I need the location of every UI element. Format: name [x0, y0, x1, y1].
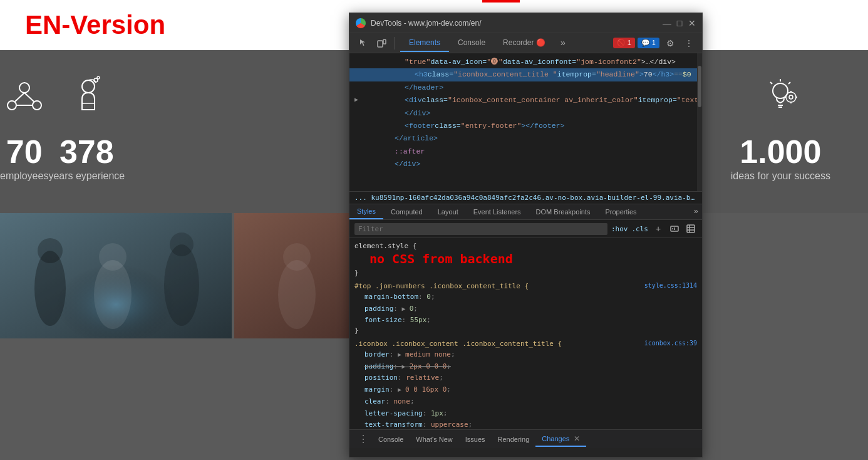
css-prop-padding-2: padding: ▶ 2px 0 0 0;	[364, 361, 697, 373]
bottom-tab-changes[interactable]: Changes ✕	[535, 432, 586, 447]
changes-tab-close[interactable]: ✕	[574, 434, 580, 443]
employees-label: employees	[0, 170, 48, 181]
html-line-selected[interactable]: <h3 class="iconbox_content_title " itemp…	[349, 68, 702, 81]
more-options-button[interactable]: ⋮	[681, 35, 697, 51]
website-title: EN-Version	[25, 10, 165, 40]
red-accent-bar	[482, 0, 520, 3]
css-rule-2-block: .iconbox .iconbox_content .iconbox_conte…	[349, 338, 702, 429]
css-prop-font-size-1: font-size: 55px;	[364, 315, 697, 327]
tab-recorder[interactable]: Recorder 🔴	[494, 34, 554, 52]
html-line-4: ▶ <div class="iconbox_content_container …	[349, 94, 702, 107]
bottom-tab-issues[interactable]: Issues	[459, 433, 492, 446]
tab-elements[interactable]: Elements	[400, 34, 449, 52]
tab-properties[interactable]: Properties	[597, 205, 644, 219]
css-prop-position: position: relative;	[364, 372, 697, 384]
css-prop-margin: margin: ▶ 0 0 16px 0;	[364, 384, 697, 396]
computed-style-layout-button[interactable]	[685, 222, 697, 235]
person-idea-icon	[48, 75, 125, 127]
tab-dom-breakpoints[interactable]: DOM Breakpoints	[529, 205, 598, 219]
css-prop-margin-bottom: margin-bottom: 0;	[364, 291, 697, 303]
tab-layout[interactable]: Layout	[430, 205, 466, 219]
svg-point-8	[97, 76, 100, 79]
css-rule-2-selector: .iconbox .iconbox_content .iconbox_conte…	[354, 340, 697, 348]
svg-point-6	[82, 80, 95, 93]
svg-rect-39	[383, 39, 386, 44]
devtools-title: DevTools - www.jom-dev.com/en/	[371, 19, 658, 28]
photo-left	[0, 213, 232, 338]
element-style-close-brace: }	[354, 269, 697, 277]
close-button[interactable]: ✕	[688, 19, 696, 27]
stat-ideas: 1.000 ideas for your success	[731, 75, 830, 182]
settings-button[interactable]: ⚙	[662, 35, 678, 51]
css-rule-1-close-brace: }	[354, 327, 697, 335]
inspect-element-button[interactable]	[354, 35, 371, 51]
experience-number: 378	[48, 133, 125, 170]
css-prop-border: border: ▶ medium none;	[364, 349, 697, 361]
console-badge[interactable]: 💬 1	[638, 38, 659, 48]
filter-pseudo-button[interactable]: :hov	[611, 225, 628, 233]
css-rule-1-source-link[interactable]: style.css:1314	[644, 282, 697, 289]
minimize-button[interactable]: —	[663, 19, 671, 27]
svg-line-14	[788, 82, 790, 84]
tab-computed[interactable]: Computed	[383, 205, 430, 219]
svg-line-3	[15, 93, 24, 102]
styles-more-button[interactable]: »	[690, 204, 702, 219]
svg-line-15	[770, 82, 772, 84]
ideas-label: ideas for your success	[731, 170, 830, 181]
tab-styles[interactable]: Styles	[349, 204, 383, 219]
svg-point-17	[789, 95, 793, 99]
device-toggle-button[interactable]	[373, 35, 390, 51]
bottom-tab-console[interactable]: Console	[372, 433, 410, 446]
css-prop-text-transform: text-transform: uppercase;	[364, 419, 697, 429]
html-line-7: </article>	[349, 132, 702, 145]
stat-experience: 378 years eyperience	[48, 75, 125, 182]
bottom-tabs-bar: ⋮ Console What's New Issues Rendering Ch…	[349, 429, 702, 448]
maximize-button[interactable]: □	[676, 19, 683, 27]
html-line-3: </header>	[349, 81, 702, 94]
filter-input[interactable]	[354, 223, 607, 235]
stat-employees: 70 employees	[0, 75, 48, 182]
filter-cls-button[interactable]: .cls	[632, 225, 649, 233]
html-scrollbar-thumb[interactable]	[698, 66, 701, 107]
chrome-icon	[356, 18, 366, 28]
new-style-rule-button[interactable]: +	[652, 222, 664, 235]
devtools-toolbar: Elements Console Recorder 🔴 » 🚫 1 💬 1 ⚙ …	[349, 33, 702, 53]
svg-point-16	[786, 92, 796, 102]
html-text-1: "true"	[405, 56, 430, 68]
more-tabs-button[interactable]: »	[557, 36, 569, 51]
styles-tabs-bar: Styles Computed Layout Event Listeners D…	[349, 204, 702, 220]
svg-line-4	[24, 93, 34, 102]
experience-label: years eyperience	[48, 170, 125, 181]
toolbar-right: 🚫 1 💬 1 ⚙ ⋮	[613, 35, 697, 51]
html-content: "true" data-av_icon="⓿" data-av_iconfont…	[349, 53, 702, 174]
html-line-6: <footer class="entry-footer" ></footer>	[349, 120, 702, 132]
css-rule-1-selector: #top .jom-numbers .iconbox_content_title…	[354, 282, 697, 290]
bottom-tab-rendering[interactable]: Rendering	[492, 433, 536, 446]
expand-arrow-4[interactable]: ▶	[354, 95, 358, 105]
tab-console[interactable]: Console	[449, 34, 494, 52]
devtools-titlebar: DevTools - www.jom-dev.com/en/ — □ ✕	[349, 13, 702, 33]
svg-point-0	[19, 83, 29, 93]
styles-content: element.style { no CSS from backend } #t…	[349, 238, 702, 429]
no-css-message: no CSS from backend	[364, 249, 518, 269]
toolbar-separator	[395, 37, 395, 50]
html-scrollbar[interactable]	[697, 53, 702, 191]
svg-point-24	[38, 238, 63, 263]
employees-number: 70	[0, 133, 48, 170]
toggle-element-state-button[interactable]	[668, 222, 681, 235]
svg-point-28	[170, 233, 194, 256]
element-style-block: element.style { no CSS from backend }	[349, 241, 702, 278]
svg-rect-38	[378, 41, 383, 47]
bottom-more-button[interactable]: ⋮	[354, 431, 372, 448]
css-rule-2-source-link[interactable]: iconbox.css:39	[644, 340, 697, 347]
html-line-5: </div>	[349, 107, 702, 120]
error-badge[interactable]: 🚫 1	[613, 38, 635, 48]
html-line-1: "true" data-av_icon="⓿" data-av_iconfont…	[349, 56, 702, 68]
lightbulb-icon	[731, 75, 830, 127]
css-rule-1-block: #top .jom-numbers .iconbox_content_title…	[349, 281, 702, 336]
html-panel: "true" data-av_icon="⓿" data-av_iconfont…	[349, 53, 702, 191]
svg-point-1	[8, 101, 16, 110]
tab-event-listeners[interactable]: Event Listeners	[466, 205, 529, 219]
filter-bar: :hov .cls +	[349, 220, 702, 238]
bottom-tab-whats-new[interactable]: What's New	[410, 433, 458, 446]
